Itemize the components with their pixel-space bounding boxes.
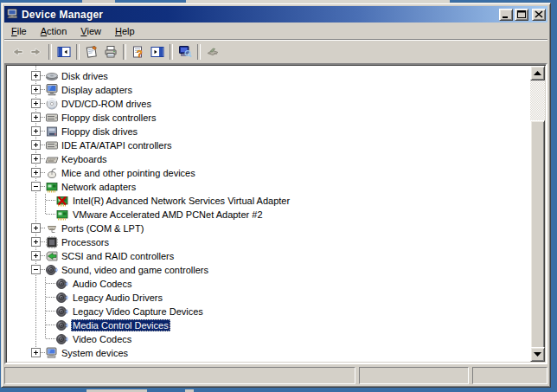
close-button[interactable] (532, 9, 546, 21)
toolbar-separator (76, 44, 80, 60)
tree-item-label[interactable]: Audio Codecs (71, 278, 134, 290)
expand-toggle-collapsed[interactable] (31, 85, 41, 94)
tree-item[interactable]: Audio Codecs (7, 277, 530, 291)
expand-toggle-collapsed[interactable] (31, 251, 41, 260)
tree-item[interactable]: Intel(R) Advanced Network Services Virtu… (7, 194, 530, 208)
tree-item-label[interactable]: Ports (COM & LPT) (60, 222, 145, 235)
tree-item[interactable]: Ports (COM & LPT) (7, 222, 530, 235)
expand-toggle-collapsed[interactable] (31, 126, 41, 136)
tree-item-label[interactable]: VMware Accelerated AMD PCNet Adapter #2 (71, 209, 265, 221)
scroll-down-button[interactable] (530, 347, 545, 362)
tree-item[interactable]: Display adapters (7, 83, 530, 97)
tree-item[interactable]: Floppy disk controllers (7, 111, 530, 125)
device-tree-panel: Disk drivesDisplay adaptersDVD/CD-ROM dr… (4, 63, 547, 364)
expand-toggle-collapsed[interactable] (31, 237, 41, 247)
tree-item-label[interactable]: Display adapters (60, 84, 134, 96)
title-bar[interactable]: Device Manager (4, 6, 547, 22)
tree-item[interactable]: SCSI and RAID controllers (7, 249, 530, 263)
expand-toggle-collapsed[interactable] (31, 168, 41, 177)
vertical-scrollbar[interactable] (530, 66, 545, 362)
show-hide-action-pane-button[interactable] (148, 42, 167, 61)
status-panel (359, 367, 469, 384)
help-button[interactable]: ? (129, 42, 148, 61)
help-icon: ? (131, 45, 145, 59)
tree-item[interactable]: Network adapters (7, 180, 530, 194)
tree-item[interactable]: Keyboards (7, 152, 530, 166)
back-button[interactable] (8, 42, 27, 61)
properties-button[interactable] (82, 42, 101, 61)
tree-item[interactable]: Floppy disk drives (7, 125, 530, 138)
tree-item[interactable]: Processors (7, 235, 530, 249)
tree-item-label[interactable]: Network adapters (60, 181, 138, 193)
expand-toggle-expanded[interactable] (31, 182, 41, 191)
tree-item[interactable]: Video Codecs (7, 332, 530, 346)
expand-toggle-collapsed[interactable] (31, 348, 41, 357)
show-hide-console-tree-button[interactable] (54, 42, 74, 61)
menu-action[interactable]: Action (35, 24, 73, 38)
status-bar (4, 367, 547, 384)
pane-right-icon (150, 45, 164, 59)
disk-drive-icon (45, 69, 59, 83)
minimize-button[interactable] (499, 9, 513, 21)
tree-item[interactable]: VMware Accelerated AMD PCNet Adapter #2 (7, 208, 530, 222)
tree-item-label[interactable]: Processors (60, 236, 111, 248)
window-title: Device Manager (22, 9, 497, 21)
tree-item-label[interactable]: Keyboards (60, 153, 109, 165)
tree-item[interactable]: Legacy Audio Drivers (7, 291, 530, 305)
tree-item-label[interactable]: System devices (60, 347, 130, 359)
tree-connector-line (46, 338, 55, 339)
driver-button[interactable] (203, 42, 222, 61)
expand-toggle-collapsed[interactable] (31, 140, 41, 150)
tree-item-label[interactable]: Sound, video and game controllers (60, 264, 210, 276)
svg-text:?: ? (137, 48, 143, 58)
tree-item[interactable]: Legacy Video Capture Devices (7, 305, 530, 318)
forward-button[interactable] (27, 42, 46, 61)
tree-item-label[interactable]: SCSI and RAID controllers (60, 250, 176, 262)
sound-icon (45, 263, 59, 277)
tree-item[interactable]: Mice and other pointing devices (7, 166, 530, 180)
tree-item-label[interactable]: IDE ATA/ATAPI controllers (60, 139, 174, 151)
scrollbar-thumb[interactable] (530, 120, 545, 352)
tree-item-label[interactable]: Media Control Devices (71, 319, 170, 331)
display-adapter-icon (45, 83, 59, 97)
tree-item-label[interactable]: Intel(R) Advanced Network Services Virtu… (71, 195, 291, 207)
tree-item-label[interactable]: Video Codecs (71, 333, 133, 345)
tree-item-label[interactable]: Floppy disk drives (60, 125, 139, 138)
tree-item[interactable]: DVD/CD-ROM drives (7, 97, 530, 111)
device-tree: Disk drivesDisplay adaptersDVD/CD-ROM dr… (7, 66, 530, 362)
scan-icon (178, 45, 192, 59)
print-button[interactable] (101, 42, 120, 61)
tree-item-label[interactable]: Disk drives (60, 70, 110, 82)
toolbar-separator (197, 44, 201, 60)
menu-file[interactable]: File (6, 24, 32, 38)
expand-toggle-collapsed[interactable] (31, 154, 41, 164)
tree-item-label[interactable]: Floppy disk controllers (60, 112, 157, 124)
tree-connector-line (46, 297, 55, 298)
expand-toggle-collapsed[interactable] (31, 112, 41, 122)
scroll-up-button[interactable] (530, 66, 545, 80)
scan-for-hardware-changes-button[interactable] (176, 42, 195, 61)
expand-toggle-collapsed[interactable] (31, 71, 41, 80)
menu-help[interactable]: Help (110, 24, 140, 38)
properties-icon (85, 45, 99, 59)
tree-item-label[interactable]: DVD/CD-ROM drives (60, 98, 153, 110)
tree-item-label[interactable]: Legacy Video Capture Devices (71, 305, 205, 318)
tree-item-label[interactable]: Mice and other pointing devices (60, 167, 197, 179)
maximize-button[interactable] (515, 9, 528, 21)
menu-view[interactable]: View (75, 24, 106, 38)
tree-item[interactable]: Media Control Devices (7, 318, 530, 332)
tree-item-label[interactable]: Legacy Audio Drivers (71, 292, 164, 304)
toolbar-separator (48, 44, 52, 60)
expand-toggle-expanded[interactable] (31, 265, 41, 274)
back-arrow-icon (10, 45, 24, 59)
expand-toggle-collapsed[interactable] (31, 223, 41, 233)
keyboard-icon (45, 152, 59, 166)
tree-item[interactable]: Disk drives (7, 69, 530, 83)
tree-item[interactable]: System devices (7, 346, 530, 360)
expand-toggle-collapsed[interactable] (31, 99, 41, 108)
toolbar-separator (123, 44, 126, 60)
tree-item[interactable]: IDE ATA/ATAPI controllers (7, 138, 530, 152)
tree-item[interactable]: Sound, video and game controllers (7, 263, 530, 277)
computer-icon[interactable] (6, 8, 19, 21)
processor-icon (45, 235, 59, 249)
